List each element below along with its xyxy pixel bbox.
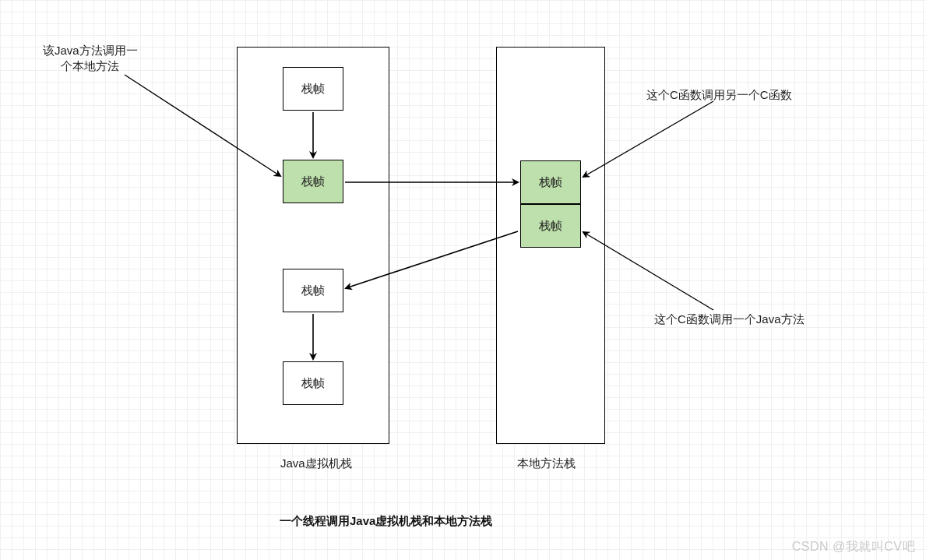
left-annotation: 该Java方法调用一 个本地方法 [43, 43, 138, 75]
frame-label: 栈帧 [301, 82, 325, 97]
frame-label: 栈帧 [301, 284, 325, 298]
jvm-frame-2: 栈帧 [283, 160, 343, 203]
diagram-caption: 一个线程调用Java虚拟机栈和本地方法栈 [280, 514, 492, 529]
jvm-frame-4: 栈帧 [283, 361, 343, 405]
frame-label: 栈帧 [301, 376, 325, 391]
native-stack-label: 本地方法栈 [517, 456, 576, 471]
jvm-stack-label: Java虚拟机栈 [280, 456, 352, 471]
watermark: CSDN @我就叫CV吧 [792, 539, 915, 555]
frame-label: 栈帧 [539, 175, 562, 190]
right-annotation-2: 这个C函数调用一个Java方法 [654, 312, 805, 327]
native-frame-1: 栈帧 [520, 160, 581, 204]
frame-label: 栈帧 [539, 219, 562, 234]
frame-label: 栈帧 [301, 174, 325, 189]
arrows-layer [0, 0, 926, 560]
jvm-frame-1: 栈帧 [283, 67, 343, 111]
right-annotation-1: 这个C函数调用另一个C函数 [646, 87, 792, 103]
native-frame-2: 栈帧 [520, 204, 581, 248]
jvm-frame-3: 栈帧 [283, 269, 343, 312]
